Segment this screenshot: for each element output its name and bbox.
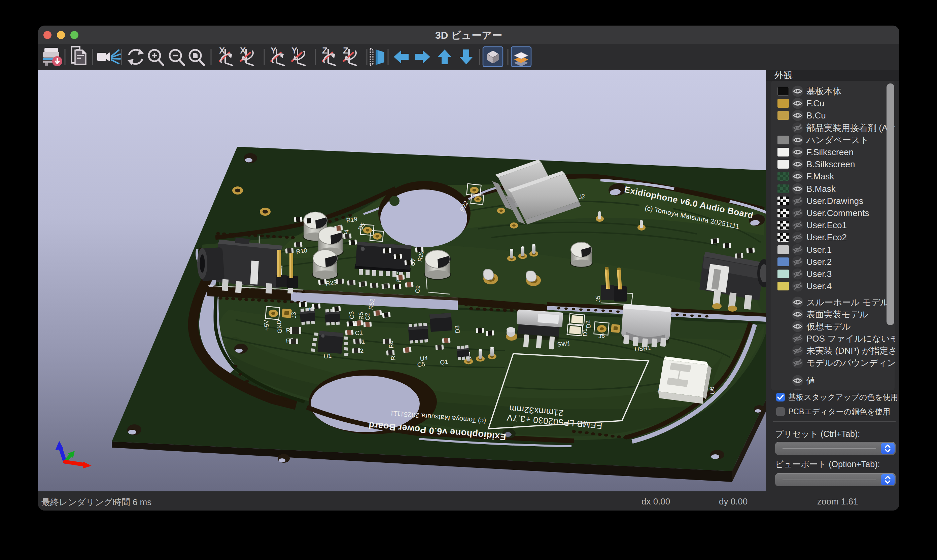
svg-text:X: X <box>219 45 225 55</box>
svg-text:J2: J2 <box>578 193 586 201</box>
svg-text:+5V: +5V <box>263 319 271 331</box>
svg-text:J6: J6 <box>598 332 605 340</box>
svg-text:X: X <box>240 45 246 55</box>
svg-text:U1: U1 <box>323 352 332 360</box>
svg-text:Q1: Q1 <box>440 358 448 366</box>
svg-text:Y: Y <box>271 45 276 55</box>
svg-text:C1: C1 <box>355 329 363 337</box>
svg-text:Z: Z <box>322 45 328 55</box>
svg-text:D2: D2 <box>585 320 592 328</box>
svg-text:R5: R5 <box>357 312 365 320</box>
svg-text:SW1: SW1 <box>557 340 571 348</box>
svg-text:C2: C2 <box>364 312 371 321</box>
svg-text:C9: C9 <box>414 285 422 294</box>
svg-text:GND: GND <box>275 320 283 334</box>
svg-text:D3: D3 <box>454 325 461 334</box>
svg-text:J5: J5 <box>594 295 602 303</box>
svg-text:Y: Y <box>291 45 297 55</box>
svg-text:C3: C3 <box>348 311 355 319</box>
svg-text:Z: Z <box>343 45 348 55</box>
svg-text:U4: U4 <box>420 355 428 362</box>
svg-text:U6: U6 <box>708 386 716 395</box>
